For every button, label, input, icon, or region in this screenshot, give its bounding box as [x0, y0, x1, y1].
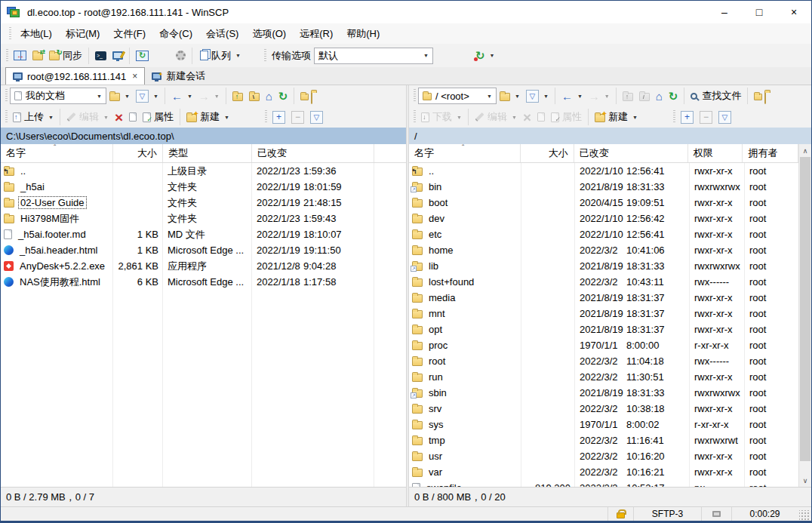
refresh-panels-button[interactable]: ↻: [133, 47, 152, 65]
menu-item-3[interactable]: 命令(C): [152, 24, 199, 44]
file-row-run[interactable]: run2022/3/211:30:51rwxr-xr-xroot: [409, 369, 798, 385]
menu-item-0[interactable]: 本地(L): [14, 24, 59, 44]
open-in-other-panel-button[interactable]: [751, 87, 765, 105]
new-button[interactable]: ✦新建▼: [183, 108, 232, 126]
file-row-root[interactable]: root2022/3/211:04:18rwx------root: [409, 353, 798, 369]
menu-item-5[interactable]: 选项(O): [245, 24, 293, 44]
selection-filter-button[interactable]: ▽: [307, 108, 326, 126]
column-header-changed[interactable]: 已改变: [252, 144, 374, 162]
properties-button[interactable]: ✓属性: [548, 108, 585, 126]
file-row-bin[interactable]: ↗bin2021/8/1918:31:33rwxrwxrwxroot: [409, 179, 798, 195]
resize-grip[interactable]: [799, 510, 810, 521]
file-row-swapfile[interactable]: swapfile819,2002022/3/210:52:17rw-------…: [409, 480, 798, 487]
delete-button[interactable]: ×: [520, 108, 534, 126]
compare-panels-button[interactable]: [11, 47, 29, 65]
file-row-dev[interactable]: dev2022/1/1012:56:42rwxr-xr-xroot: [409, 211, 798, 226]
file-row-var[interactable]: var2022/3/210:16:21rwxr-xr-xroot: [409, 464, 798, 480]
forward-button[interactable]: →▼: [195, 87, 223, 105]
file-row-02-User_Guide[interactable]: 02-User Guide文件夹2022/1/1921:48:15: [1, 195, 406, 211]
menu-item-6[interactable]: 远程(R): [293, 24, 340, 44]
forward-button[interactable]: →▼: [586, 87, 613, 105]
open-putty-button[interactable]: [109, 47, 126, 65]
file-row-lost+found[interactable]: lost+found2022/3/210:43:11rwx------root: [409, 274, 798, 290]
new-session-tab[interactable]: ✦ 新建会话: [145, 67, 212, 85]
remote-path-bar[interactable]: /: [409, 128, 811, 144]
parent-directory-button[interactable]: ↑: [229, 87, 246, 105]
local-path-bar[interactable]: C:\Users\ecoo\Documents\dl.ecoo.top\: [1, 128, 406, 144]
column-header-name[interactable]: 名字: [1, 144, 113, 162]
file-row-media[interactable]: media2021/8/1918:31:37rwxr-xr-xroot: [409, 290, 798, 306]
file-row-Hi3798M__[interactable]: Hi3798M固件文件夹2022/1/231:59:43: [1, 211, 406, 226]
new-button[interactable]: ✦新建▼: [592, 108, 641, 126]
file-row-..[interactable]: ↰..上级目录2022/1/231:59:36: [1, 163, 406, 179]
rename-button[interactable]: [126, 108, 140, 126]
root-directory-button[interactable]: /: [636, 87, 653, 105]
home-directory-button[interactable]: ⌂: [653, 87, 666, 105]
delete-button[interactable]: ×: [112, 108, 126, 126]
unselect-files-button[interactable]: −: [697, 108, 715, 126]
file-row-_h5ai.header.html[interactable]: _h5ai.header.html1 KBMicrosoft Edge ...2…: [1, 242, 406, 258]
scroll-down-button[interactable]: ∨: [799, 474, 811, 487]
preferences-button[interactable]: [173, 47, 189, 65]
file-row-home[interactable]: home2022/3/210:41:06rwxr-xr-xroot: [409, 242, 798, 258]
open-directory-button[interactable]: ▼: [106, 87, 133, 105]
file-row-boot[interactable]: boot2020/4/1519:09:51rwxr-xr-xroot: [409, 195, 798, 211]
edit-button[interactable]: 编辑▼: [63, 108, 112, 126]
file-row-NAS____.html[interactable]: NAS使用教程.html6 KBMicrosoft Edge ...2022/1…: [1, 274, 406, 290]
refresh-button[interactable]: ↻: [275, 87, 291, 105]
close-tab-icon[interactable]: ×: [132, 71, 137, 82]
open-terminal-button[interactable]: >_: [92, 47, 109, 65]
file-row-_h5ai[interactable]: _h5ai文件夹2022/1/1918:01:59: [1, 179, 406, 195]
file-row-sbin[interactable]: ↗sbin2021/8/1918:31:33rwxrwxrwxroot: [409, 385, 798, 401]
sync-browsing-button[interactable]: ⇄: [29, 47, 46, 65]
transfer-mode-button[interactable]: ↻▼: [472, 47, 498, 65]
find-files-button[interactable]: 查找文件: [687, 87, 744, 105]
column-header-owner[interactable]: 拥有者: [743, 144, 798, 162]
connection-segment[interactable]: [701, 507, 731, 521]
minimize-button[interactable]: –: [707, 1, 742, 23]
file-row-opt[interactable]: opt2021/8/1918:31:37rwxr-xr-xroot: [409, 321, 798, 337]
scroll-up-button[interactable]: ∧: [799, 144, 811, 157]
file-row-..[interactable]: ↰..2022/1/1012:56:41rwxr-xr-xroot: [409, 163, 798, 179]
filter-button[interactable]: ▽▼: [523, 87, 552, 105]
file-row-srv[interactable]: srv2022/3/210:38:18rwxr-xr-xroot: [409, 401, 798, 417]
maximize-button[interactable]: □: [742, 1, 777, 23]
download-button[interactable]: ↓下载▼: [418, 108, 465, 126]
synchronize-button[interactable]: ↻同步: [46, 47, 85, 65]
file-row-mnt[interactable]: mnt2021/8/1918:31:37rwxr-xr-xroot: [409, 306, 798, 321]
menu-item-2[interactable]: 文件(F): [106, 24, 152, 44]
parent-directory-button[interactable]: ↑: [620, 87, 636, 105]
file-row-lib[interactable]: ↗lib2021/8/1918:31:33rwxrwxrwxroot: [409, 258, 798, 274]
menu-item-4[interactable]: 会话(S): [199, 24, 245, 44]
protocol-segment[interactable]: SFTP-3: [633, 507, 701, 521]
file-row-tmp[interactable]: tmp2022/3/211:16:41rwxrwxrwtroot: [409, 432, 798, 448]
scrollbar-thumb[interactable]: [800, 157, 810, 461]
column-header-size[interactable]: 大小: [521, 144, 574, 162]
queue-button[interactable]: 队列▼: [195, 47, 244, 65]
open-in-other-panel-button[interactable]: [297, 87, 312, 105]
refresh-button[interactable]: ↻: [666, 87, 681, 105]
edit-button[interactable]: 编辑▼: [472, 108, 520, 126]
session-tab-active[interactable]: root@192.168.111.141 ×: [5, 67, 145, 85]
back-button[interactable]: ←▼: [168, 87, 195, 105]
open-directory-button[interactable]: ▼: [497, 87, 523, 105]
close-button[interactable]: ×: [777, 1, 811, 23]
select-files-button[interactable]: +: [678, 108, 697, 126]
select-files-button[interactable]: +: [269, 108, 288, 126]
file-row-_h5ai.footer.md[interactable]: _h5ai.footer.md1 KBMD 文件2022/1/1918:10:0…: [1, 226, 406, 242]
remote-drive-combo[interactable]: / <root> ▼: [418, 88, 497, 104]
file-row-proc[interactable]: proc1970/1/18:00:00r-xr-xr-xroot: [409, 337, 798, 353]
encryption-segment[interactable]: [607, 507, 633, 521]
vertical-scrollbar[interactable]: ∧ ∨: [798, 144, 811, 487]
file-row-sys[interactable]: sys1970/1/18:00:02r-xr-xr-xroot: [409, 417, 798, 432]
column-header-changed[interactable]: 已改变: [574, 144, 688, 162]
file-row-etc[interactable]: etc2022/1/1012:56:41rwxr-xr-xroot: [409, 226, 798, 242]
column-header-name[interactable]: 名字: [409, 144, 521, 162]
back-button[interactable]: ←▼: [558, 87, 586, 105]
upload-button[interactable]: ↑上传▼: [10, 108, 57, 126]
transfer-settings-combo[interactable]: 默认▼: [314, 48, 433, 64]
filter-button[interactable]: ▽▼: [133, 87, 161, 105]
column-header-perms[interactable]: 权限: [688, 144, 743, 162]
column-header-type[interactable]: 类型: [163, 144, 252, 162]
file-row-AnyDesk+5.2.2.exe[interactable]: AnyDesk+5.2.2.exe2,861 KB应用程序2021/12/89:…: [1, 258, 406, 274]
